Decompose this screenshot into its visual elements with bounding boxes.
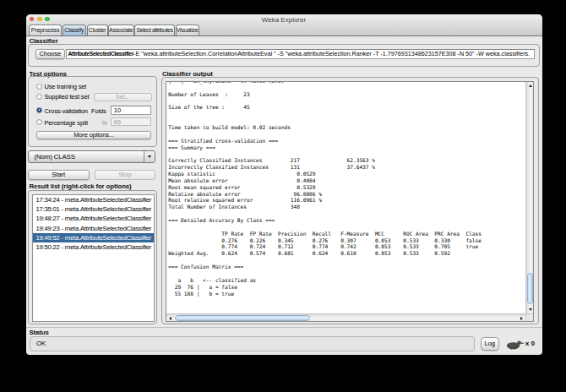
weka-bird-icon: [506, 340, 525, 350]
result-list-groupbox: 17:34:24 - meta.AttributeSelectedClassif…: [28, 190, 157, 324]
class-attribute-select[interactable]: (Nom) CLASS: [28, 150, 155, 164]
choose-classifier-button[interactable]: Choose: [35, 49, 65, 60]
classifier-name: AttributeSelectedClassifier: [68, 51, 134, 57]
start-button[interactable]: Start: [28, 170, 90, 180]
tab-associate[interactable]: Associate: [108, 24, 134, 35]
scroll-left-button[interactable]: [166, 314, 175, 322]
folds-input[interactable]: 10: [111, 106, 152, 115]
arrow-down-icon: [529, 308, 532, 311]
radio-use-training-set-label: Use training set: [45, 83, 87, 90]
tab-select-attributes[interactable]: Select attributes: [134, 24, 175, 35]
tab-bar-underline: [26, 35, 542, 36]
classifier-options: -E "weka.attributeSelection.CorrelationA…: [133, 50, 530, 57]
result-list-item[interactable]: 19:50:22 - meta.AttributeSelectedClassif…: [33, 242, 154, 252]
classifier-output-viewport[interactable]: | | on_thyroxine = t: false (5.0) Number…: [166, 82, 525, 313]
arrow-right-icon: [520, 317, 523, 320]
result-list-section-label: Result list (right-click for options): [30, 182, 132, 190]
arrow-left-icon: [169, 317, 171, 320]
set-test-set-button[interactable]: Set...: [94, 93, 152, 101]
stop-button[interactable]: Stop: [95, 170, 156, 180]
status-section-label: Status: [30, 329, 49, 336]
radio-percentage-split[interactable]: [36, 119, 42, 125]
percentage-split-input[interactable]: 66: [111, 117, 152, 126]
window-title: Weka Explorer: [26, 16, 542, 24]
horizontal-scrollbar[interactable]: [166, 313, 525, 321]
tab-preprocess[interactable]: Preprocess: [29, 24, 62, 35]
status-text: OK: [36, 340, 46, 347]
weka-explorer-window: Weka Explorer PreprocessClassifyClusterA…: [26, 14, 542, 355]
log-button[interactable]: Log: [481, 337, 500, 351]
combo-arrow-button[interactable]: [144, 151, 155, 163]
result-list-item[interactable]: 19:48:27 - meta.AttributeSelectedClassif…: [33, 214, 154, 223]
radio-cross-validation[interactable]: [36, 107, 42, 113]
classifier-command-field[interactable]: AttributeSelectedClassifier -E "weka.att…: [66, 49, 535, 60]
result-list: 17:34:24 - meta.AttributeSelectedClassif…: [32, 194, 155, 322]
run-counter: x 0: [525, 340, 535, 347]
radio-cross-validation-label: Cross-validation: [45, 107, 88, 115]
result-list-item[interactable]: 17:34:24 - meta.AttributeSelectedClassif…: [33, 195, 154, 204]
tab-visualize[interactable]: Visualize: [176, 24, 200, 35]
test-options-groupbox: Use training set Supplied test set Set..…: [28, 76, 157, 148]
vertical-scrollbar-thumb[interactable]: [527, 273, 533, 305]
classifier-output-text: | | on_thyroxine = t: false (5.0) Number…: [166, 82, 525, 297]
arrow-up-icon: [529, 84, 532, 87]
radio-supplied-test-set-label: Supplied test set: [45, 93, 90, 101]
tab-cluster[interactable]: Cluster: [87, 24, 108, 35]
scroll-up-button[interactable]: [526, 82, 534, 90]
title-bar: Weka Explorer PreprocessClassifyClusterA…: [26, 14, 542, 37]
result-list-item[interactable]: 19:49:23 - meta.AttributeSelectedClassif…: [33, 224, 154, 233]
chevron-down-icon: [148, 155, 151, 158]
scroll-right-button[interactable]: [517, 314, 525, 322]
radio-use-training-set[interactable]: [36, 84, 42, 90]
scrollbar-corner: [525, 313, 533, 321]
radio-percentage-split-label: Percentage split: [45, 119, 88, 127]
radio-supplied-test-set[interactable]: [36, 94, 42, 100]
classifier-output-scrollpane: | | on_thyroxine = t: false (5.0) Number…: [166, 81, 534, 322]
more-options-button[interactable]: More options...: [36, 131, 151, 139]
result-list-item[interactable]: 19:49:52 - meta.AttributeSelectedClassif…: [33, 233, 154, 242]
tab-classify[interactable]: Classify: [63, 24, 87, 35]
status-divider: [26, 327, 542, 328]
tab-bar: PreprocessClassifyClusterAssociateSelect…: [26, 24, 542, 35]
status-field: OK: [30, 336, 475, 351]
percent-label: %: [101, 119, 107, 127]
folds-label: Folds: [91, 107, 106, 115]
class-attribute-value: (Nom) CLASS: [29, 153, 144, 161]
result-list-item[interactable]: 17:35:01 - meta.AttributeSelectedClassif…: [33, 204, 154, 214]
horizontal-scrollbar-thumb[interactable]: [175, 315, 310, 321]
scroll-down-button[interactable]: [526, 305, 534, 313]
vertical-scrollbar[interactable]: [525, 82, 533, 313]
